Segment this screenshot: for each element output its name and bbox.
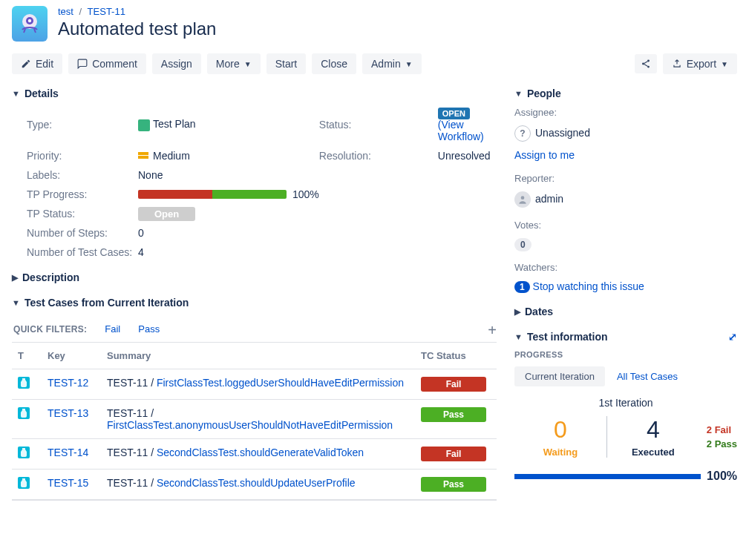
iteration-title: 1st Iteration: [514, 397, 737, 409]
test-case-summary: TEST-11 / SecondClassTest.shouldGenerate…: [101, 439, 415, 470]
share-button[interactable]: [635, 54, 657, 73]
admin-button[interactable]: Admin ▼: [362, 53, 422, 74]
status-label: Status:: [319, 119, 438, 131]
test-plan-icon: [138, 119, 150, 131]
col-summary: Summary: [101, 343, 415, 369]
test-case-summary: TEST-11 / FirstClassTest.loggedUserShoul…: [101, 369, 415, 400]
chevron-down-icon: ▼: [514, 89, 523, 98]
avatar-icon: [514, 191, 531, 208]
add-test-case-button[interactable]: +: [488, 322, 497, 339]
pencil-icon: [21, 59, 31, 69]
watchers-label: Watchers:: [514, 262, 737, 273]
start-button[interactable]: Start: [266, 53, 307, 74]
breadcrumb-project[interactable]: test: [58, 6, 73, 17]
votes-label: Votes:: [514, 220, 737, 231]
close-button[interactable]: Close: [312, 53, 356, 74]
comment-button[interactable]: Comment: [68, 53, 146, 74]
edit-button[interactable]: Edit: [12, 53, 62, 74]
project-avatar[interactable]: [12, 6, 48, 42]
watchers-count: 1: [514, 281, 530, 293]
assignee-value: ?Unassigned: [514, 125, 737, 142]
tp-progress-label: TP Progress:: [27, 188, 138, 200]
status-badge: OPEN: [438, 108, 470, 119]
test-case-icon: [18, 377, 30, 389]
assignee-label: Assignee:: [514, 107, 737, 118]
test-case-link[interactable]: SecondClassTest.shouldUpdateUserProfile: [157, 477, 356, 489]
chevron-right-icon: ▶: [12, 273, 18, 283]
tc-status-badge: Fail: [421, 447, 486, 461]
priority-value: Medium: [138, 150, 319, 162]
action-toolbar: Edit Comment Assign More ▼ Start Close A…: [12, 53, 737, 74]
execution-progress-bar: [514, 474, 701, 479]
details-section-toggle[interactable]: ▼ Details: [12, 88, 497, 99]
svg-point-2: [28, 19, 31, 22]
chevron-down-icon: ▼: [514, 332, 523, 341]
labels-value: None: [138, 169, 319, 181]
type-value: Test Plan: [138, 118, 319, 131]
comment-icon: [77, 59, 88, 69]
table-row: TEST-15TEST-11 / SecondClassTest.shouldU…: [12, 470, 497, 500]
test-case-key[interactable]: TEST-13: [48, 407, 88, 419]
test-case-key[interactable]: TEST-15: [48, 477, 88, 489]
export-button[interactable]: Export ▼: [663, 53, 737, 74]
test-info-section-toggle[interactable]: ▼ Test information ⤢: [514, 331, 737, 343]
assign-button[interactable]: Assign: [152, 53, 201, 74]
resolution-label: Resolution:: [319, 150, 438, 162]
priority-medium-icon: [138, 152, 148, 160]
tab-current-iteration[interactable]: Current Iteration: [514, 366, 605, 386]
test-case-summary: TEST-11 / SecondClassTest.shouldUpdateUs…: [101, 470, 415, 500]
table-row: TEST-14TEST-11 / SecondClassTest.shouldG…: [12, 439, 497, 470]
tp-progress-value: 100%: [138, 188, 319, 200]
more-button[interactable]: More ▼: [207, 53, 261, 74]
reporter-value: admin: [514, 191, 737, 208]
votes-count: 0: [514, 238, 532, 251]
test-case-key[interactable]: TEST-12: [48, 377, 88, 389]
svg-point-5: [647, 66, 650, 68]
unassigned-icon: ?: [514, 125, 531, 142]
test-cases-section-toggle[interactable]: ▼ Test Cases from Current Iteration: [12, 297, 497, 309]
assign-to-me-link[interactable]: Assign to me: [514, 149, 575, 161]
waiting-count: 0: [522, 416, 599, 444]
tp-status-label: TP Status:: [27, 208, 138, 220]
dates-section-toggle[interactable]: ▶ Dates: [514, 306, 737, 317]
cases-value: 4: [138, 246, 319, 258]
breadcrumb-issue[interactable]: TEST-11: [88, 6, 125, 17]
test-case-icon: [18, 447, 30, 458]
svg-point-3: [647, 59, 650, 62]
tc-status-badge: Fail: [421, 377, 486, 392]
test-case-link[interactable]: FirstClassTest.anonymousUserShouldNotHav…: [107, 419, 393, 431]
quick-filters-label: QUICK FILTERS:: [13, 324, 87, 335]
priority-label: Priority:: [27, 150, 138, 162]
view-workflow-link[interactable]: (View Workflow): [438, 119, 484, 142]
pass-count: 2 Pass: [707, 438, 737, 449]
svg-point-6: [521, 196, 525, 200]
chevron-right-icon: ▶: [514, 307, 520, 317]
type-label: Type:: [27, 119, 138, 131]
chevron-down-icon: ▼: [12, 298, 20, 307]
cases-label: Number of Test Cases:: [27, 246, 138, 258]
chevron-down-icon: ▼: [721, 60, 728, 68]
executed-label: Executed: [615, 447, 692, 458]
people-section-toggle[interactable]: ▼ People: [514, 88, 737, 99]
filter-pass[interactable]: Pass: [138, 323, 160, 335]
stop-watching-link[interactable]: Stop watching this issue: [533, 280, 644, 292]
fail-count: 2 Fail: [707, 424, 737, 435]
page-title: Automated test plan: [58, 19, 216, 39]
test-case-icon: [18, 407, 30, 419]
resolution-value: Unresolved: [438, 150, 497, 162]
test-case-link[interactable]: SecondClassTest.shouldGenerateValidToken: [157, 447, 364, 458]
expand-icon[interactable]: ⤢: [728, 331, 737, 343]
execution-pct: 100%: [707, 470, 737, 483]
tab-all-test-cases[interactable]: All Test Cases: [614, 366, 681, 386]
description-section-toggle[interactable]: ▶ Description: [12, 271, 497, 283]
status-value: OPEN (View Workflow): [438, 107, 497, 142]
test-case-link[interactable]: FirstClassTest.loggedUserShouldHaveEditP…: [157, 377, 404, 389]
test-cases-table: T Key Summary TC Status TEST-12TEST-11 /…: [12, 343, 497, 499]
labels-label: Labels:: [27, 169, 138, 181]
test-case-key[interactable]: TEST-14: [48, 447, 88, 458]
filter-fail[interactable]: Fail: [105, 323, 120, 335]
col-status: TC Status: [415, 343, 497, 369]
reporter-label: Reporter:: [514, 173, 737, 184]
table-row: TEST-13TEST-11 / FirstClassTest.anonymou…: [12, 400, 497, 439]
tc-status-badge: Pass: [421, 477, 486, 492]
